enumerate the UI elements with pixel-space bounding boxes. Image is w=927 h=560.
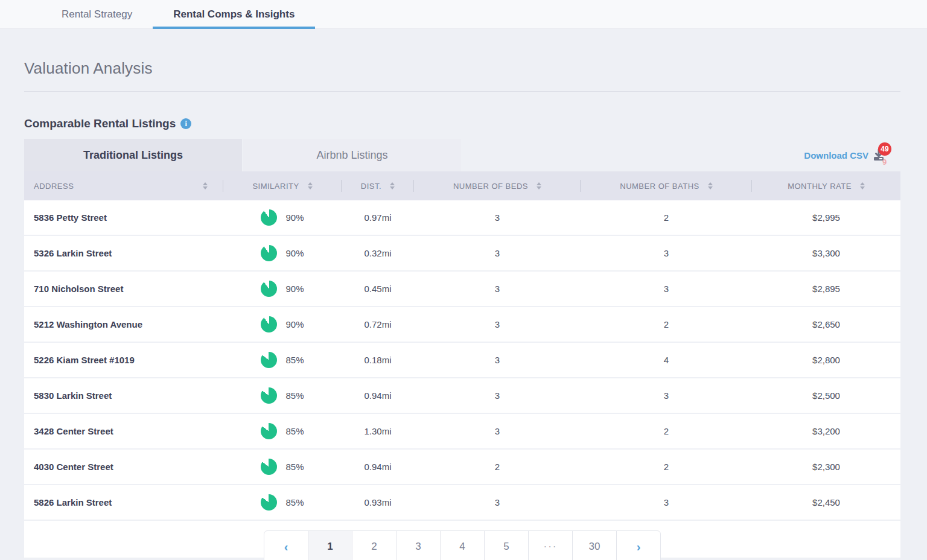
address-cell: 710 Nicholson Street	[24, 284, 223, 294]
table-row[interactable]: 3428 Center Street85%1.30mi32$3,200	[24, 414, 900, 448]
similarity-value: 85%	[285, 462, 304, 472]
table-row[interactable]: 5326 Larkin Street90%0.32mi33$3,300	[24, 236, 900, 270]
sort-icon[interactable]	[390, 182, 395, 189]
distance-cell: 0.72mi	[342, 319, 414, 329]
main-content: Valuation Analysis Comparable Rental Lis…	[0, 59, 927, 558]
distance-cell: 0.94mi	[342, 462, 414, 472]
beds-cell: 3	[414, 497, 581, 508]
similarity-pie-icon	[261, 423, 277, 439]
similarity-cell: 85%	[223, 494, 342, 511]
column-label: ADDRESS	[34, 182, 74, 191]
column-header-monthly-rate[interactable]: MONTHLY RATE	[752, 171, 900, 200]
section-header: Comparable Rental Listings i	[24, 117, 900, 130]
baths-cell: 2	[581, 319, 752, 329]
beds-cell: 3	[414, 284, 581, 294]
pagination-page-4[interactable]: 4	[440, 530, 485, 560]
distance-cell: 1.30mi	[342, 426, 414, 436]
table-row[interactable]: 710 Nicholson Street90%0.45mi33$2,895	[24, 272, 900, 306]
pagination-page-30[interactable]: 30	[572, 530, 617, 560]
pagination-page-2[interactable]: 2	[352, 530, 397, 560]
column-header-address[interactable]: ADDRESS	[24, 171, 223, 200]
table-row[interactable]: 4030 Center Street85%0.94mi22$2,300	[24, 450, 900, 484]
table-row[interactable]: 5226 Kiam Street #101985%0.18mi34$2,800	[24, 343, 900, 377]
table-body: 5836 Petty Street90%0.97mi32$2,9955326 L…	[24, 200, 900, 520]
beds-cell: 3	[414, 248, 581, 258]
similarity-pie-icon	[261, 209, 277, 226]
column-header-number-of-baths[interactable]: NUMBER OF BATHS	[581, 171, 752, 200]
sort-icon[interactable]	[860, 182, 865, 189]
sort-up-arrow	[203, 182, 208, 185]
monthly-rate-cell: $2,450	[752, 497, 900, 508]
similarity-value: 85%	[285, 426, 304, 436]
info-icon[interactable]: i	[180, 118, 191, 129]
table-row[interactable]: 5212 Washington Avenue90%0.72mi32$2,650	[24, 307, 900, 342]
distance-cell: 0.32mi	[342, 248, 414, 258]
address-cell: 5226 Kiam Street #1019	[24, 355, 223, 365]
baths-cell: 3	[581, 284, 752, 294]
download-csv-button[interactable]: Download CSV 49 9	[804, 149, 885, 161]
similarity-wrap: 90%	[261, 281, 304, 297]
chevron-right-icon[interactable]: ›	[616, 530, 661, 560]
similarity-cell: 90%	[223, 281, 342, 297]
table-row[interactable]: 5836 Petty Street90%0.97mi32$2,995	[24, 200, 900, 235]
pagination-page-5[interactable]: 5	[484, 530, 529, 560]
similarity-pie-icon	[261, 316, 277, 332]
top-tab-bar: Rental StrategyRental Comps & Insights	[0, 0, 927, 29]
monthly-rate-cell: $2,300	[752, 462, 900, 472]
similarity-value: 85%	[285, 390, 304, 401]
similarity-pie-icon	[261, 459, 277, 475]
sort-down-arrow	[708, 186, 713, 189]
similarity-wrap: 85%	[261, 423, 304, 439]
baths-cell: 3	[581, 248, 752, 258]
top-tab-label: Rental Strategy	[62, 8, 132, 21]
divider	[24, 91, 900, 92]
column-header-dist[interactable]: DIST.	[342, 171, 414, 200]
sort-up-arrow	[390, 182, 395, 185]
pagination-page-1[interactable]: 1	[308, 530, 352, 560]
sort-down-arrow	[860, 186, 865, 189]
comparable-listings-table: ADDRESSSIMILARITYDIST.NUMBER OF BEDSNUMB…	[24, 171, 900, 558]
column-header-number-of-beds[interactable]: NUMBER OF BEDS	[414, 171, 581, 200]
baths-cell: 2	[581, 212, 752, 223]
table-row[interactable]: 5826 Larkin Street85%0.93mi33$2,450	[24, 485, 900, 520]
listing-tabs: Traditional ListingsAirbnb Listings	[24, 139, 461, 171]
address-cell: 5830 Larkin Street	[24, 390, 223, 401]
download-icon-wrap: 49 9	[873, 149, 885, 161]
table-row[interactable]: 5830 Larkin Street85%0.94mi33$2,500	[24, 378, 900, 413]
baths-cell: 3	[581, 497, 752, 508]
pagination-band: ‹12345···30›	[24, 521, 900, 558]
pager: ‹12345···30›	[264, 530, 661, 558]
chevron-left-icon[interactable]: ‹	[264, 530, 308, 560]
similarity-cell: 90%	[223, 209, 342, 226]
address-cell: 5212 Washington Avenue	[24, 319, 223, 329]
top-tab-label: Rental Comps & Insights	[173, 8, 295, 21]
listing-tab-airbnb-listings[interactable]: Airbnb Listings	[243, 139, 461, 171]
column-label: DIST.	[361, 182, 381, 191]
similarity-value: 90%	[285, 319, 304, 329]
monthly-rate-cell: $2,800	[752, 355, 900, 365]
top-tab-rental-strategy[interactable]: Rental Strategy	[41, 0, 153, 28]
distance-cell: 0.93mi	[342, 497, 414, 508]
listing-tab-traditional-listings[interactable]: Traditional Listings	[24, 139, 242, 171]
sort-icon[interactable]	[308, 182, 313, 189]
sort-up-arrow	[708, 182, 713, 185]
baths-cell: 2	[581, 426, 752, 436]
monthly-rate-cell: $3,200	[752, 426, 900, 436]
baths-cell: 2	[581, 462, 752, 472]
sort-up-arrow	[308, 182, 313, 185]
similarity-cell: 85%	[223, 352, 342, 368]
sort-icon[interactable]	[537, 182, 541, 189]
column-header-similarity[interactable]: SIMILARITY	[223, 171, 342, 200]
monthly-rate-cell: $2,995	[752, 212, 900, 223]
beds-cell: 3	[414, 212, 581, 223]
address-cell: 4030 Center Street	[24, 462, 223, 472]
sort-up-arrow	[860, 182, 865, 185]
sort-icon[interactable]	[203, 182, 208, 189]
similarity-value: 90%	[285, 284, 304, 294]
sort-icon[interactable]	[708, 182, 713, 189]
pagination-page-3[interactable]: 3	[396, 530, 441, 560]
pagination-ellipsis[interactable]: ···	[528, 530, 573, 560]
top-tab-rental-comps-insights[interactable]: Rental Comps & Insights	[153, 0, 315, 28]
similarity-value: 90%	[285, 212, 304, 223]
similarity-wrap: 85%	[261, 459, 304, 475]
